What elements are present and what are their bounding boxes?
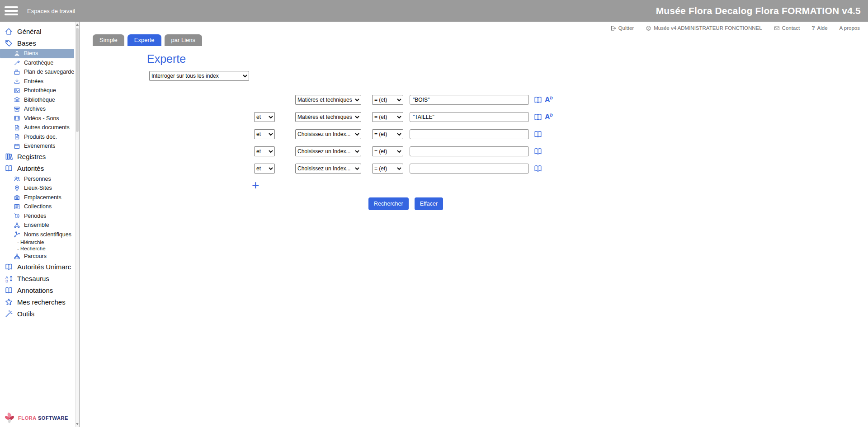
scroll-down-icon[interactable] (76, 423, 79, 425)
user-icon (646, 25, 651, 31)
archive-icon (14, 106, 20, 113)
term-expansion-icon[interactable]: Ab (545, 113, 553, 121)
sidebar-item-parcours[interactable]: Parcours (0, 252, 75, 261)
index-lookup-button[interactable] (533, 130, 542, 139)
sidebar-item-bibliotheque[interactable]: Bibliothèque (0, 95, 75, 105)
index-select[interactable]: Choisissez un Index... (295, 146, 361, 156)
scroll-up-icon[interactable] (76, 23, 79, 26)
sidebar-item-phototheque[interactable]: Photothèque (0, 86, 75, 95)
search-value-input[interactable] (410, 112, 529, 122)
index-select[interactable]: Choisissez un Index... (295, 164, 361, 174)
tab-simple[interactable]: Simple (93, 34, 124, 46)
query-row: etChoisissez un Index...= (et) (254, 129, 868, 140)
sidebar-item-noms-scientifiques[interactable]: Noms scientifiques (0, 230, 75, 239)
sidebar-item-hierarchie[interactable]: - Hiérarchie (0, 239, 75, 245)
sidebar-item-ensemble[interactable]: Ensemble (0, 221, 75, 230)
sidebar-item-registres[interactable]: Registres (0, 151, 75, 163)
boolean-operator-select[interactable]: et (254, 129, 275, 139)
query-row: etChoisissez un Index...= (et) (254, 163, 868, 174)
sidebar-item-label: Produits doc. (24, 134, 57, 140)
index-select[interactable]: Matières et techniques : (295, 95, 361, 105)
boolean-operator-select[interactable]: et (254, 164, 275, 174)
search-value-input[interactable] (410, 146, 529, 156)
index-lookup-button[interactable] (533, 95, 542, 104)
sidebar-item-lieux-sites[interactable]: Lieux-Sites (0, 183, 75, 193)
flagbox-icon (14, 69, 20, 75)
sidebar-item-annotations[interactable]: Annotations (0, 285, 75, 296)
sidebar-item-biens[interactable]: Biens (0, 49, 74, 58)
sidebar-item-label: Ensemble (24, 222, 49, 228)
sidebar-item-plan-de-sauvegarde[interactable]: Plan de sauvegarde (0, 67, 75, 77)
sidebar-item-label: Plan de sauvegarde (24, 69, 74, 75)
sidebar-item-autorites[interactable]: Autorités (0, 163, 75, 174)
sidebar-item-evenements[interactable]: Evènements (0, 141, 75, 151)
bank-icon (14, 96, 20, 103)
about-button[interactable]: A propos (840, 25, 860, 31)
comparison-operator-select[interactable]: = (et) (372, 129, 403, 139)
sidebar-item-recherche[interactable]: - Recherche (0, 245, 75, 252)
comparison-operator-select[interactable]: = (et) (372, 95, 403, 105)
index-select[interactable]: Choisissez un Index... (295, 129, 361, 139)
sidebar-item-emplacements[interactable]: Emplacements (0, 193, 75, 202)
user-menu[interactable]: Musée v4 ADMINISTRATEUR FONCTIONNEL (646, 25, 762, 31)
sidebar-item-periodes[interactable]: Périodes (0, 211, 75, 221)
openbook-icon (5, 164, 13, 173)
help-button[interactable]: ? Aide (811, 25, 827, 31)
index-select[interactable]: Matières et techniques : (295, 112, 361, 122)
doc-icon (14, 124, 20, 131)
index-lookup-button[interactable] (533, 164, 542, 173)
openbook-icon (533, 130, 542, 139)
sidebar-item-entrees[interactable]: Entrées (0, 77, 75, 86)
sidebar-item-label: Emplacements (24, 194, 61, 201)
query-builder: Matières et techniques : = (et)AbetMatiè… (80, 94, 868, 174)
index-lookup-button[interactable] (533, 147, 542, 156)
index-lookup-button[interactable] (533, 113, 542, 122)
sidebar-item-general[interactable]: Général (0, 25, 75, 37)
sidebar-item-produits-doc[interactable]: Produits doc. (0, 132, 75, 142)
workspace-label[interactable]: Espaces de travail (27, 8, 75, 14)
building-icon (14, 194, 20, 201)
logout-icon (610, 25, 616, 31)
quit-button[interactable]: Quitter (610, 25, 634, 31)
comparison-operator-select[interactable]: = (et) (372, 164, 403, 174)
sidebar-item-carotheque[interactable]: Carothèque (0, 58, 75, 68)
comparison-operator-select[interactable]: = (et) (372, 112, 403, 122)
flora-logo-icon (3, 411, 16, 425)
comparison-operator-select[interactable]: = (et) (372, 146, 403, 156)
sidebar-item-outils[interactable]: Outils (0, 308, 75, 320)
search-value-input[interactable] (410, 129, 529, 139)
index-scope-select[interactable]: Interroger sur tous les index (149, 71, 249, 81)
boolean-operator-select[interactable]: et (254, 146, 275, 156)
sidebar-item-personnes[interactable]: Personnes (0, 174, 75, 184)
clear-button[interactable]: Effacer (415, 197, 443, 210)
tag-icon (5, 39, 13, 47)
sidebar-item-bases[interactable]: Bases (0, 37, 75, 49)
sidebar-item-label: Autorités Unimarc (17, 263, 71, 271)
bust-icon (14, 50, 20, 57)
sidebar-scrollbar[interactable] (75, 22, 79, 427)
search-value-input[interactable] (410, 95, 529, 105)
svg-text:B: B (5, 279, 8, 283)
contact-button[interactable]: Contact (774, 25, 800, 31)
tab-par-liens[interactable]: par Liens (165, 34, 202, 46)
term-expansion-icon[interactable]: Ab (545, 96, 553, 103)
sidebar-item-autorites-unimarc[interactable]: Autorités Unimarc (0, 261, 75, 273)
home-icon (5, 27, 13, 36)
scrollbar-thumb[interactable] (76, 28, 79, 132)
sidebar-item-archives[interactable]: Archives (0, 104, 75, 114)
sidebar-item-autres-documents[interactable]: Autres documents (0, 123, 75, 132)
sidebar-item-videos-sons[interactable]: Vidéos - Sons (0, 114, 75, 123)
sidebar-item-collections[interactable]: Collections (0, 202, 75, 211)
tab-experte[interactable]: Experte (127, 34, 161, 46)
add-criteria-button[interactable]: + (252, 180, 262, 190)
search-value-input[interactable] (410, 164, 529, 174)
sidebar-item-mes-recherches[interactable]: Mes recherches (0, 296, 75, 308)
query-row: etMatières et techniques : = (et)Ab (254, 112, 868, 122)
search-button[interactable]: Rechercher (368, 197, 409, 210)
menu-hamburger-icon[interactable] (5, 6, 18, 15)
flora-software-logo: FLORASOFTWARE (3, 411, 68, 425)
sidebar-item-label: Registres (17, 153, 46, 160)
boolean-operator-select[interactable]: et (254, 112, 275, 122)
query-row: Matières et techniques : = (et)Ab (254, 94, 868, 105)
sidebar-item-thesaurus[interactable]: ABThesaurus (0, 273, 75, 285)
